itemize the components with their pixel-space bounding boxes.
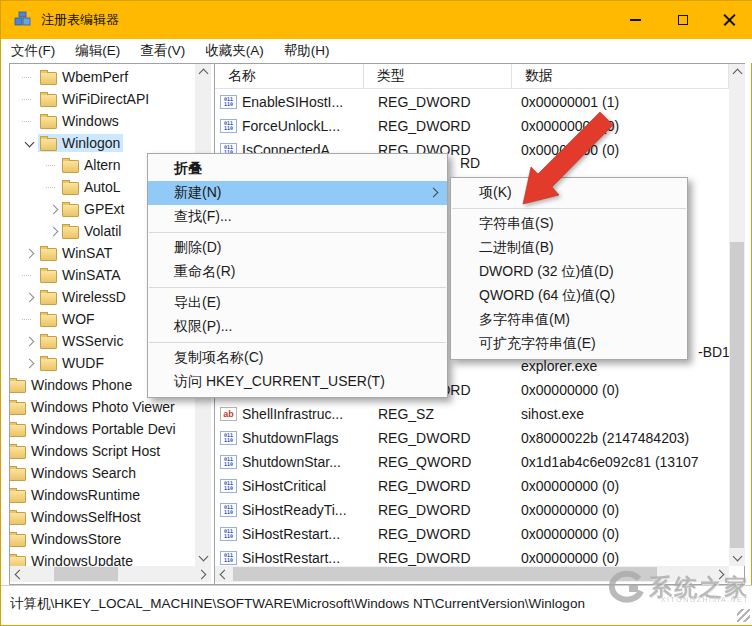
submenu-item-2[interactable]: 字符串值(S) [451,212,687,236]
context-menu-item-4[interactable]: 删除(D) [148,236,447,260]
tree-item[interactable]: WindowsRuntime [10,484,195,506]
value-row[interactable]: 011110SiHostRestart...REG_DWORD0x0000000… [215,522,729,546]
chevron-right-icon[interactable] [25,337,35,347]
menubar-item-2[interactable]: 查看(V) [130,42,195,60]
list-vertical-scrollbar[interactable] [729,64,745,566]
submenu-item-7[interactable]: 可扩充字符串值(E) [451,332,687,356]
tree-item[interactable]: WiFiDirectAPI [10,88,195,110]
reg-binary-icon: 011110 [220,527,237,541]
value-row[interactable]: 011110ShutdownStar...REG_QWORD0x1d1ab4c6… [215,450,729,474]
value-row[interactable]: abShellInfrastruc...REG_SZsihost.exe [215,402,729,426]
tree-scroll-down-arrow[interactable] [195,550,211,566]
tree-connector [46,187,55,188]
value-row[interactable]: 011110ForceUnlockL...REG_DWORD0x00000000… [215,114,729,138]
menubar-item-4[interactable]: 帮助(H) [274,42,340,60]
context-menu-item-7[interactable]: 导出(E) [148,291,447,315]
tree-item[interactable]: Windows [10,110,195,132]
tree-item-label-group[interactable]: Windows Script Host [10,442,163,460]
submenu-item-4[interactable]: DWORD (32 位)值(D) [451,260,687,284]
tree-item-label-group[interactable]: Windows Phone [10,376,135,394]
chevron-right-icon[interactable] [25,249,35,259]
tree-item-label-group[interactable]: WinSAT [38,244,115,262]
tree-scroll-left-arrow[interactable] [10,566,26,582]
tree-item[interactable]: WindowsSelfHost [10,506,195,528]
value-row[interactable]: 011110SiHostCriticalREG_DWORD0x00000000 … [215,474,729,498]
tree-item-label-group[interactable]: Windows [38,112,122,130]
tree-item[interactable]: WindowsUpdate [10,550,195,566]
value-row[interactable]: 011110SiHostReadyTi...REG_DWORD0x0000000… [215,498,729,522]
tree-item[interactable]: Windows Portable Devi [10,418,195,440]
tree-item-label-group[interactable]: WOF [38,310,98,328]
tree-item-label-group[interactable]: WbemPerf [38,68,131,86]
context-menu-item-10[interactable]: 复制项名称(C) [148,346,447,370]
column-header-1[interactable]: 类型 [364,64,512,88]
value-row[interactable]: 011110EnableSIHostI...REG_DWORD0x0000000… [215,90,729,114]
tree-item-label-group[interactable]: GPExt [60,200,127,218]
tree-item-label-group[interactable]: WSServic [38,332,126,350]
tree-item-label-group[interactable]: Volatil [60,222,124,240]
tree-item-label-group[interactable]: WindowsRuntime [10,486,143,504]
chevron-right-icon[interactable] [25,359,35,369]
resize-grip[interactable] [737,609,750,622]
value-row[interactable]: 011110ShutdownFlagsREG_DWORD0x8000022b (… [215,426,729,450]
tree-item-label-group[interactable]: Windows Portable Devi [10,420,179,438]
context-menu-item-11[interactable]: 访问 HKEY_CURRENT_USER(T) [148,370,447,394]
context-menu-item-1[interactable]: 新建(N) [148,181,447,205]
list-scroll-right-arrow[interactable] [713,566,729,582]
tree-item-label-group[interactable]: Windows Photo Viewer [10,398,178,416]
tree-item-label-group[interactable]: WindowsUpdate [10,552,136,566]
folder-icon [10,424,26,437]
reg-binary-icon: 011110 [220,551,237,565]
tree-horizontal-scrollbar[interactable] [10,566,211,582]
list-scroll-left-arrow[interactable] [215,566,231,582]
tree-item[interactable]: Winlogon [10,132,195,154]
submenu-item-0[interactable]: 项(K) [451,181,687,205]
chevron-down-icon[interactable] [25,138,35,148]
tree-item-label-group[interactable]: WindowsSelfHost [10,508,144,526]
chevron-right-icon[interactable] [49,227,59,237]
column-header-2[interactable]: 数据 [512,64,729,88]
close-button[interactable] [706,1,752,39]
tree-item[interactable]: Windows Search [10,462,195,484]
chevron-right-icon[interactable] [25,293,35,303]
tree-item[interactable]: WbemPerf [10,66,195,88]
tree-item-label-group[interactable]: Windows Search [10,464,139,482]
tree-item-label-group[interactable]: AutoL [60,178,124,196]
submenu-item-3[interactable]: 二进制值(B) [451,236,687,260]
tree-item-label: Windows Search [31,465,136,481]
tree-item[interactable]: Windows Photo Viewer [10,396,195,418]
tree-item[interactable]: Windows Script Host [10,440,195,462]
tree-item-label-group[interactable]: Altern [60,156,124,174]
list-scroll-up-arrow[interactable] [729,64,745,80]
tree-item-label-group[interactable]: WUDF [38,354,107,372]
context-menu-item-5[interactable]: 重命名(R) [148,260,447,284]
list-horizontal-scroll-thumb[interactable] [233,567,657,581]
column-header-0[interactable]: 名称 [215,64,364,88]
maximize-button[interactable] [659,1,706,39]
tree-item-label-group[interactable]: WiFiDirectAPI [38,90,152,108]
context-menu-item-8[interactable]: 权限(P)... [148,315,447,339]
menubar-item-0[interactable]: 文件(F) [1,42,65,60]
tree-horizontal-scroll-thumb[interactable] [54,567,118,581]
list-horizontal-scrollbar[interactable] [215,566,729,582]
value-type-cell: REG_DWORD [364,478,512,494]
value-name-text: ShutdownFlags [242,430,339,446]
tree-scroll-right-arrow[interactable] [195,566,211,582]
value-row[interactable]: 011110SiHostRestart...REG_DWORD0x0000000… [215,546,729,566]
tree-item-label-group[interactable]: Winlogon [38,134,123,152]
tree-item-label-group[interactable]: WirelessD [38,288,129,306]
minimize-button[interactable] [612,1,659,39]
list-scroll-down-arrow[interactable] [729,550,745,566]
context-menu-item-2[interactable]: 查找(F)... [148,205,447,229]
chevron-right-icon[interactable] [49,205,59,215]
tree-item-label-group[interactable]: WinSATA [38,266,124,284]
tree-scroll-up-arrow[interactable] [195,64,211,80]
list-vertical-scroll-thumb[interactable] [730,242,744,548]
tree-item[interactable]: WindowsStore [10,528,195,550]
submenu-item-5[interactable]: QWORD (64 位)值(Q) [451,284,687,308]
menubar-item-1[interactable]: 编辑(E) [65,42,130,60]
tree-item-label-group[interactable]: WindowsStore [10,530,124,548]
context-menu-item-0[interactable]: 折叠 [148,157,447,181]
submenu-item-6[interactable]: 多字符串值(M) [451,308,687,332]
menubar-item-3[interactable]: 收藏夹(A) [195,42,274,60]
